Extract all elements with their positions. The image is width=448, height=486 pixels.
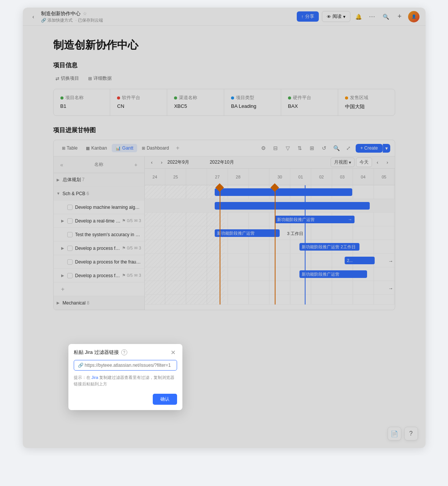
- dialog-header: 粘贴 Jira 过滤器链接 ? ✕: [68, 344, 182, 360]
- jira-link[interactable]: Jira: [92, 375, 98, 380]
- jira-filter-dialog: 粘贴 Jira 过滤器链接 ? ✕ 提示：在 Jira 复制建过滤器查看里有过滤…: [68, 344, 182, 410]
- main-window: ‹ 制造创新协作中心 ☆ 🔗 添加快捷方式 · 已保存到云端 ↑ 分享: [23, 8, 426, 448]
- dialog-footer: 确认: [68, 391, 182, 410]
- jira-url-input[interactable]: [74, 360, 177, 371]
- dialog-title: 粘贴 Jira 过滤器链接: [74, 349, 119, 356]
- dialog-close-button[interactable]: ✕: [169, 349, 177, 356]
- confirm-button[interactable]: 确认: [153, 394, 177, 405]
- dialog-hint: 提示：在 Jira 复制建过滤器查看里有过滤，复制浏览器链接后粘贴到上方: [68, 374, 182, 391]
- dialog-overlay: 粘贴 Jira 过滤器链接 ? ✕ 提示：在 Jira 复制建过滤器查看里有过滤…: [23, 8, 426, 448]
- dialog-help-icon[interactable]: ?: [121, 349, 127, 355]
- dialog-input-wrap: [68, 360, 182, 374]
